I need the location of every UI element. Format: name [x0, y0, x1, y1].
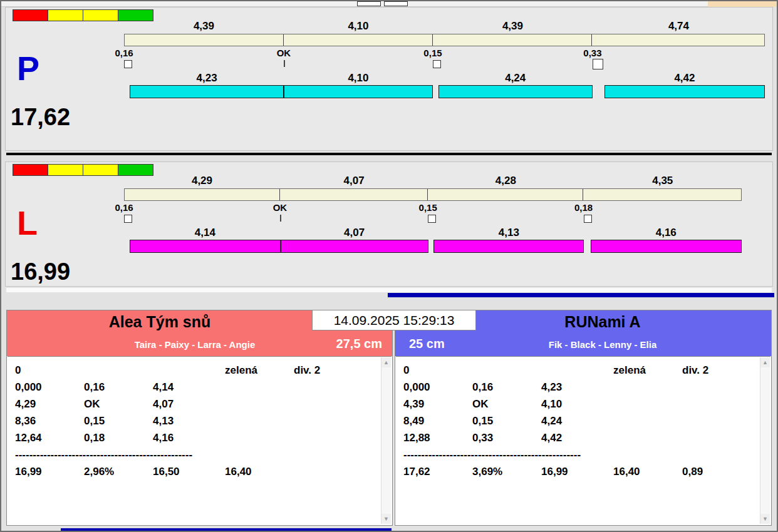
cell: zelená — [225, 362, 294, 379]
crossing-checkbox[interactable] — [593, 59, 603, 69]
cell: 0,89 — [682, 463, 759, 480]
dog-bar-segment — [438, 85, 593, 98]
crossing-marks-row — [124, 214, 742, 225]
dog-time: 4,16 — [591, 227, 742, 239]
scroll-down-icon[interactable]: ▼ — [381, 514, 391, 524]
cell: OK — [84, 396, 153, 412]
teams-section: Alea Tým snů Taira - Paixy - Larra - Ang… — [6, 310, 772, 526]
cell: OK — [472, 396, 541, 412]
cell: 0,15 — [472, 412, 541, 429]
crossing-time: 0,16 — [115, 202, 133, 213]
scrollbar[interactable]: ▲ ▼ — [760, 357, 770, 524]
cell: 4,39 — [403, 396, 472, 412]
separator-row: ----------------------------------------… — [15, 446, 380, 463]
crossing-checkbox[interactable] — [428, 215, 436, 223]
light-yellow-indicator — [83, 9, 118, 21]
cell — [84, 362, 153, 379]
result-row: 12,64 0,18 4,16 — [15, 429, 380, 446]
cell — [294, 379, 380, 396]
cell — [682, 379, 759, 396]
cell — [294, 429, 380, 446]
split-bar — [124, 188, 742, 201]
lane-divider — [6, 153, 772, 155]
split-times-row: 4,39 4,10 4,39 4,74 — [124, 20, 765, 31]
cell: 0 — [15, 362, 84, 379]
cell: 8,36 — [15, 412, 84, 429]
team-members: Fik - Black - Lenny - Elia — [435, 339, 770, 350]
cell — [613, 379, 682, 396]
cell: 17,62 — [403, 463, 472, 480]
dog-time: 4,23 — [130, 72, 284, 84]
cell — [225, 412, 294, 429]
cell: 0,15 — [84, 412, 153, 429]
split-bar — [124, 34, 765, 46]
separator-row: ----------------------------------------… — [403, 446, 759, 463]
team-panel-left: Alea Tým snů Taira - Paixy - Larra - Ang… — [6, 310, 393, 526]
dog-bar-segment — [130, 240, 280, 253]
light-red-indicator — [13, 164, 48, 176]
result-row: 0 zelená div. 2 — [15, 362, 380, 379]
cell — [225, 396, 294, 412]
cell: 0,16 — [472, 379, 541, 396]
light-red-indicator — [13, 9, 48, 21]
team-name: RUNami A — [435, 313, 770, 331]
team-results: 0 zelená div. 2 0,000 0,16 4,23 4,39 OK — [396, 356, 770, 524]
cell: 4,13 — [153, 412, 225, 429]
crossing-time: OK — [277, 48, 291, 58]
crossing-checkbox[interactable] — [584, 215, 592, 223]
cell: 12,64 — [15, 429, 84, 446]
team-results: 0 zelená div. 2 0,000 0,16 4,14 4,29 OK — [8, 356, 392, 524]
split-time: 4,29 — [124, 175, 280, 187]
team-name: Alea Tým snů — [7, 313, 313, 331]
team-panel-right: RUNami A Fik - Black - Lenny - Elia 25 c… — [395, 310, 772, 526]
cell: 0,000 — [403, 379, 472, 396]
split-times-row: 4,29 4,07 4,28 4,35 — [124, 175, 742, 186]
result-row: 8,49 0,15 4,24 — [403, 412, 759, 429]
crossing-tick — [284, 60, 285, 67]
scroll-up-icon[interactable]: ▲ — [381, 357, 391, 367]
crossing-checkbox[interactable] — [124, 60, 132, 68]
window-fragment-box — [384, 1, 408, 6]
dog-bar-segment — [604, 85, 765, 98]
dog-time: 4,14 — [130, 227, 280, 239]
cell — [682, 429, 759, 446]
jump-height: 25 cm — [409, 337, 445, 351]
split-time: 4,07 — [280, 175, 428, 187]
dog-time: 4,10 — [284, 72, 433, 84]
cell: 4,07 — [153, 396, 225, 412]
cell: 4,16 — [153, 429, 225, 446]
cell: 4,42 — [541, 429, 613, 446]
cell — [541, 362, 613, 379]
dog-bar-segment — [281, 240, 428, 253]
team-members: Taira - Paixy - Larra - Angie — [7, 339, 383, 350]
scroll-down-icon[interactable]: ▼ — [760, 514, 770, 524]
result-row: 12,88 0,33 4,42 — [403, 429, 759, 446]
cell — [294, 463, 380, 480]
crossing-checkbox[interactable] — [124, 215, 132, 223]
cell — [294, 396, 380, 412]
split-time: 4,10 — [284, 20, 433, 33]
result-row: 8,36 0,15 4,13 — [15, 412, 380, 429]
result-row: 0,000 0,16 4,23 — [403, 379, 759, 396]
timeline-progress-right — [388, 293, 774, 297]
cell: zelená — [613, 362, 682, 379]
window-fragment-box — [357, 1, 381, 6]
cell — [682, 396, 759, 412]
dog-times-row: 4,23 4,10 4,24 4,42 — [124, 72, 765, 83]
dog-time: 4,24 — [438, 72, 593, 84]
cell: 4,14 — [153, 379, 225, 396]
crossing-time: 0,15 — [423, 48, 442, 58]
crossing-checkbox[interactable] — [433, 60, 441, 68]
cell: 4,29 — [15, 396, 84, 412]
dog-bar-segment — [591, 240, 742, 253]
cell: 16,40 — [225, 463, 294, 480]
cell — [225, 429, 294, 446]
crossing-tick — [280, 215, 281, 222]
dog-times-row: 4,14 4,07 4,13 4,16 — [124, 227, 742, 238]
scroll-up-icon[interactable]: ▲ — [760, 357, 770, 367]
dog-times-bar — [124, 85, 765, 98]
cell: 16,99 — [541, 463, 613, 480]
result-row: 4,39 OK 4,10 — [403, 396, 759, 412]
crossing-times-row: 0,16 OK 0,15 0,18 — [124, 202, 742, 212]
scrollbar[interactable]: ▲ ▼ — [381, 357, 391, 524]
